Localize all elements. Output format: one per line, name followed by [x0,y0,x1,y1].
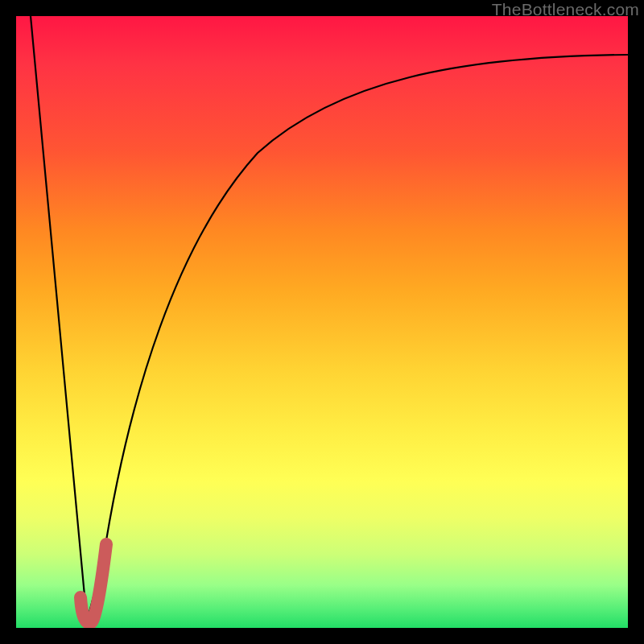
black-curve [31,16,628,621]
chart-container: TheBottleneck.com [0,0,644,644]
red-segment [80,544,106,623]
chart-svg [16,16,628,628]
plot-area [16,16,628,628]
